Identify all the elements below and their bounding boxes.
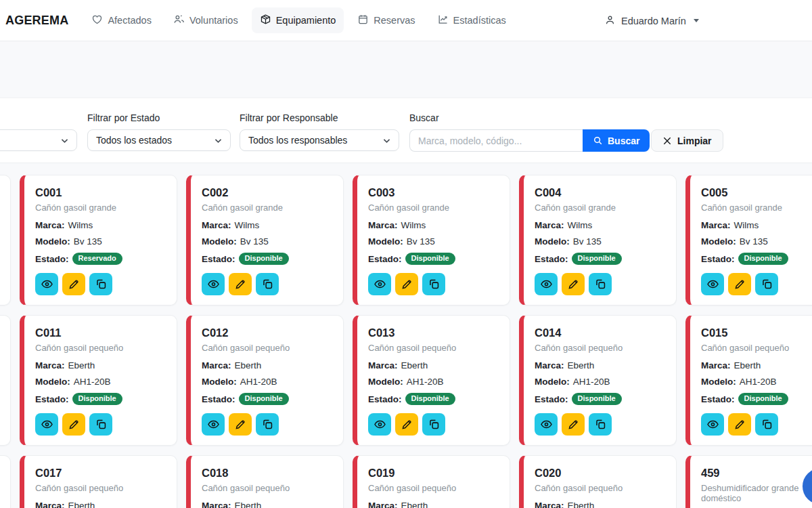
- equipment-card: C003 Cañón gasoil grande Marca: Wilms Mo…: [353, 175, 510, 305]
- equipment-card: 459 Deshumidificador grande doméstico Ma…: [685, 455, 812, 508]
- chart-icon: [437, 14, 449, 27]
- estado-label: Estado:: [35, 394, 69, 404]
- equipment-card-partial: [0, 175, 11, 305]
- copy-icon: [594, 278, 607, 291]
- people-icon: [173, 14, 185, 27]
- modelo-label: Modelo:: [202, 236, 237, 247]
- status-badge: Disponible: [572, 253, 622, 265]
- eye-icon: [207, 418, 220, 431]
- modelo-value: AH1-20B: [240, 377, 277, 387]
- modelo-label: Modelo:: [701, 236, 736, 247]
- nav-item-afectados[interactable]: Afectados: [83, 7, 160, 33]
- equipment-name: Cañón gasoil grande: [701, 203, 812, 213]
- nav-item-estadisticas[interactable]: Estadísticas: [429, 7, 514, 33]
- partial-select[interactable]: [0, 129, 77, 151]
- equipment-name: Cañón gasoil pequeño: [35, 343, 167, 353]
- modelo-label: Modelo:: [202, 377, 237, 387]
- duplicate-button[interactable]: [422, 273, 445, 295]
- duplicate-button[interactable]: [589, 273, 612, 295]
- close-icon: [662, 136, 672, 146]
- marca-label: Marca:: [202, 220, 231, 230]
- view-button[interactable]: [701, 413, 724, 436]
- marca-value: Eberth: [68, 501, 95, 508]
- marca-row: Marca: Eberth: [35, 501, 167, 508]
- edit-button[interactable]: [395, 413, 418, 436]
- equipment-name: Cañón gasoil pequeño: [202, 483, 334, 493]
- edit-button[interactable]: [62, 273, 85, 295]
- estado-label: Estado:: [202, 394, 235, 404]
- equipment-code: C015: [701, 326, 812, 339]
- eye-icon: [41, 418, 53, 431]
- duplicate-button[interactable]: [89, 413, 112, 436]
- modelo-row: Modelo: Bv 135: [35, 236, 167, 247]
- edit-button[interactable]: [395, 273, 418, 295]
- duplicate-button[interactable]: [755, 413, 778, 436]
- view-button[interactable]: [35, 413, 58, 436]
- estado-select[interactable]: Todos los estados: [87, 129, 231, 151]
- edit-button[interactable]: [562, 413, 585, 436]
- view-button[interactable]: [202, 273, 225, 295]
- pencil-icon: [234, 278, 246, 291]
- view-button[interactable]: [535, 413, 558, 436]
- edit-button[interactable]: [229, 273, 252, 295]
- duplicate-button[interactable]: [256, 413, 279, 436]
- view-button[interactable]: [368, 413, 391, 436]
- view-button[interactable]: [535, 273, 558, 295]
- responsable-select[interactable]: Todos los responsables: [240, 129, 399, 151]
- copy-icon: [594, 418, 607, 431]
- estado-row: Estado: Disponible: [368, 393, 500, 405]
- pencil-icon: [68, 278, 80, 291]
- equipment-name: Cañón gasoil pequeño: [701, 343, 812, 353]
- marca-row: Marca: Eberth: [368, 501, 500, 508]
- card-actions: [701, 273, 812, 295]
- marca-label: Marca:: [202, 360, 231, 371]
- calendar-icon: [357, 14, 369, 27]
- modelo-value: Bv 135: [240, 236, 269, 247]
- nav-item-label: Estadísticas: [453, 15, 506, 26]
- user-menu[interactable]: Eduardo Marín: [604, 0, 699, 41]
- view-button[interactable]: [202, 413, 225, 436]
- heart-icon: [91, 14, 103, 27]
- search-button[interactable]: Buscar: [583, 129, 650, 152]
- modelo-value: AH1-20B: [74, 377, 111, 387]
- marca-value: Wilms: [235, 220, 260, 230]
- equipment-card: C004 Cañón gasoil grande Marca: Wilms Mo…: [519, 175, 677, 305]
- nav-item-voluntarios[interactable]: Voluntarios: [165, 7, 246, 33]
- edit-button[interactable]: [229, 413, 252, 436]
- clear-button[interactable]: Limpiar: [651, 129, 723, 152]
- marca-value: Wilms: [68, 220, 93, 230]
- edit-button[interactable]: [62, 413, 85, 436]
- equipment-name: Deshumidificador grande doméstico: [701, 483, 812, 503]
- eye-icon: [706, 418, 719, 431]
- modelo-row: Modelo: Bv 135: [368, 236, 500, 247]
- package-icon: [260, 14, 271, 27]
- duplicate-button[interactable]: [422, 413, 445, 436]
- search-input[interactable]: [409, 129, 583, 152]
- duplicate-button[interactable]: [89, 273, 112, 295]
- status-badge: Disponible: [239, 393, 289, 405]
- duplicate-button[interactable]: [755, 273, 778, 295]
- marca-label: Marca:: [701, 360, 731, 371]
- edit-button[interactable]: [728, 413, 751, 436]
- marca-row: Marca: Eberth: [535, 501, 667, 508]
- view-button[interactable]: [35, 273, 58, 295]
- eye-icon: [374, 418, 386, 431]
- marca-row: Marca: Eberth: [368, 360, 500, 371]
- edit-button[interactable]: [562, 273, 585, 295]
- status-badge: Disponible: [738, 393, 788, 405]
- view-button[interactable]: [701, 273, 724, 295]
- view-button[interactable]: [368, 273, 391, 295]
- card-actions: [701, 413, 812, 436]
- search-icon: [593, 135, 603, 146]
- nav-item-equipamiento[interactable]: Equipamiento: [252, 7, 344, 33]
- edit-button[interactable]: [728, 273, 751, 295]
- copy-icon: [95, 418, 108, 431]
- equipment-name: Cañón gasoil pequeño: [35, 483, 167, 493]
- modelo-value: Bv 135: [74, 236, 102, 247]
- duplicate-button[interactable]: [589, 413, 612, 436]
- estado-label: Estado:: [35, 254, 69, 264]
- equipment-card: C012 Cañón gasoil pequeño Marca: Eberth …: [186, 315, 344, 446]
- card-actions: [368, 413, 500, 436]
- nav-item-reservas[interactable]: Reservas: [349, 7, 423, 33]
- duplicate-button[interactable]: [256, 273, 279, 295]
